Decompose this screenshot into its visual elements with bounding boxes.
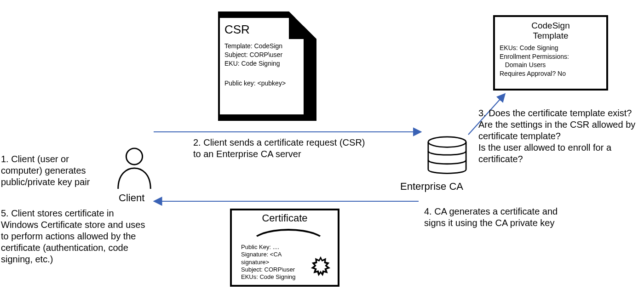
- step-3-line-b: Are the settings in the CSR allowed by c…: [478, 119, 644, 142]
- csr-template-line: Template: CodeSign: [224, 42, 282, 51]
- certificate-pubkey-line: Public Key: ....: [241, 244, 305, 251]
- certificate-eku-line: EKUs: Code Signing: [241, 273, 305, 281]
- template-eku-line: EKUs: Code Signing: [500, 44, 602, 52]
- csr-title: CSR: [224, 23, 250, 37]
- template-perm-line1: Enrollment Permissions:: [500, 52, 602, 61]
- certificate-sig-line1: Signature: <CA: [241, 251, 305, 258]
- step-3-line-a: 3. Does the certificate template exist?: [478, 108, 644, 119]
- svg-point-1: [428, 137, 466, 147]
- enterprise-ca-label: Enterprise CA: [400, 181, 463, 193]
- client-person-icon: [112, 146, 157, 191]
- step-2-text: 2. Client sends a certificate request (C…: [193, 137, 368, 160]
- client-label: Client: [119, 192, 144, 204]
- template-approval-line: Requires Approval? No: [500, 69, 602, 78]
- enterprise-ca-database-icon: [426, 136, 469, 176]
- csr-eku-line: EKU: Code Signing: [224, 59, 282, 68]
- csr-fields: Template: CodeSign Subject: CORP\user EK…: [224, 42, 282, 68]
- certificate-seal-icon: [310, 255, 331, 277]
- step-1-text: 1. Client (user or computer) generates p…: [1, 153, 111, 188]
- csr-pubkey-line: Public key: <pubkey>: [224, 79, 286, 87]
- step-5-text: 5. Client stores certificate in Windows …: [1, 208, 153, 265]
- codesign-template-box: CodeSign Template EKUs: Code Signing Enr…: [493, 15, 608, 91]
- csr-document: CSR Template: CodeSign Subject: CORP\use…: [213, 11, 322, 121]
- certificate-fields: Public Key: .... Signature: <CA signatur…: [241, 244, 305, 281]
- certificate-subject-line: Subject: CORP\user: [241, 266, 305, 273]
- template-title-line2: Template: [533, 31, 568, 40]
- certificate-title: Certificate: [232, 212, 338, 224]
- template-perm-line2: Domain Users: [500, 61, 602, 69]
- certificate-sig-line2: signature>: [241, 259, 305, 266]
- template-title-line1: CodeSign: [531, 21, 569, 30]
- diagram-stage: CSR Template: CodeSign Subject: CORP\use…: [0, 0, 644, 289]
- template-fields: EKUs: Code Signing Enrollment Permission…: [500, 44, 602, 79]
- csr-dogear-icon: [289, 11, 316, 39]
- csr-subject-line: Subject: CORP\user: [224, 51, 282, 59]
- template-title: CodeSign Template: [500, 21, 602, 41]
- step-3-line-c: Is the user allowed to enroll for a cert…: [478, 142, 644, 165]
- svg-point-0: [126, 148, 142, 164]
- step-4-text: 4. CA generates a certificate and signs …: [424, 206, 581, 229]
- certificate-box: Certificate Public Key: .... Signature: …: [230, 209, 339, 287]
- step-3-text: 3. Does the certificate template exist? …: [478, 108, 644, 165]
